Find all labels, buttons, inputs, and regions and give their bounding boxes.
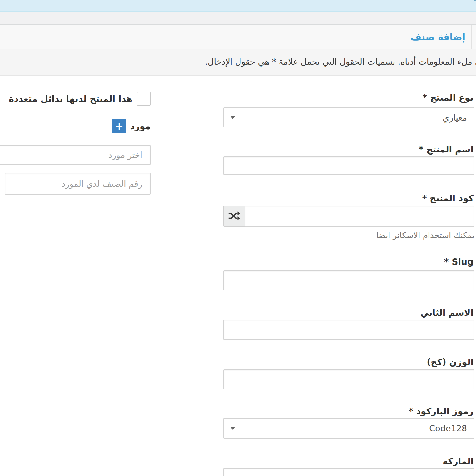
- variants-checkbox-label: هذا المنتج لديها بدائل متعددة: [9, 94, 132, 104]
- form-instructions: يرجى ملء المعلومات أدناه. تسميات الحقول …: [205, 49, 476, 74]
- product-code-group: [223, 206, 474, 227]
- variants-checkbox-row: هذا المنتج لديها بدائل متعددة مثال : مقا…: [0, 92, 151, 106]
- supplier-select-wrap: [0, 145, 151, 165]
- slug-input[interactable]: [223, 270, 474, 290]
- variants-checkbox[interactable]: [137, 92, 151, 106]
- supplier-item-number-wrap: [5, 173, 151, 195]
- header-divider: [471, 25, 472, 49]
- generate-code-button[interactable]: [223, 206, 245, 227]
- chevron-down-icon: [230, 116, 235, 119]
- form-instructions-band: يرجى ملء المعلومات أدناه. تسميات الحقول …: [0, 49, 476, 76]
- product-type-select[interactable]: معياري: [223, 107, 474, 127]
- weight-label: الوزن (كج): [427, 356, 474, 368]
- product-code-hint: يمكنك استخدام الاسكانر ايضا: [376, 231, 474, 240]
- supplier-header-row: مورد +: [112, 119, 151, 133]
- barcode-symbology-value: Code128: [429, 419, 467, 438]
- add-supplier-button[interactable]: +: [112, 119, 126, 133]
- toolbar-strip: [0, 12, 476, 25]
- second-name-input[interactable]: [223, 320, 474, 340]
- second-name-label: الاسم الثاني: [420, 307, 474, 319]
- scrollbar-fragment: [474, 0, 476, 1]
- slug-label: Slug *: [444, 256, 474, 268]
- product-type-value: معياري: [443, 108, 467, 127]
- page-title: إضافة صنف: [410, 25, 465, 49]
- supplier-label: مورد: [130, 121, 151, 131]
- product-type-label: نوع المنتج *: [423, 92, 474, 104]
- product-code-label: كود المنتج *: [422, 192, 474, 204]
- add-item-page: { "colors": { "accent_blue": "#3d9bd2", …: [0, 0, 476, 476]
- product-name-label: اسم المنتج *: [419, 144, 474, 156]
- chevron-down-icon: [230, 427, 235, 430]
- brand-label: الماركة: [443, 455, 474, 467]
- barcode-symbology-select[interactable]: Code128: [223, 418, 474, 439]
- product-code-input[interactable]: [245, 206, 474, 227]
- shuffle-icon: [228, 211, 240, 222]
- info-alert-bar: [0, 0, 476, 12]
- supplier-select-input[interactable]: [0, 145, 151, 165]
- brand-input[interactable]: [223, 468, 474, 476]
- barcode-symbology-label: رموز الباركود *: [409, 405, 474, 417]
- product-name-input[interactable]: [223, 156, 474, 175]
- weight-input[interactable]: [223, 369, 474, 389]
- add-item-form: هذا المنتج لديها بدائل متعددة مثال : مقا…: [0, 76, 476, 476]
- supplier-item-number-input[interactable]: [5, 173, 151, 195]
- panel-header: إضافة صنف: [0, 25, 476, 49]
